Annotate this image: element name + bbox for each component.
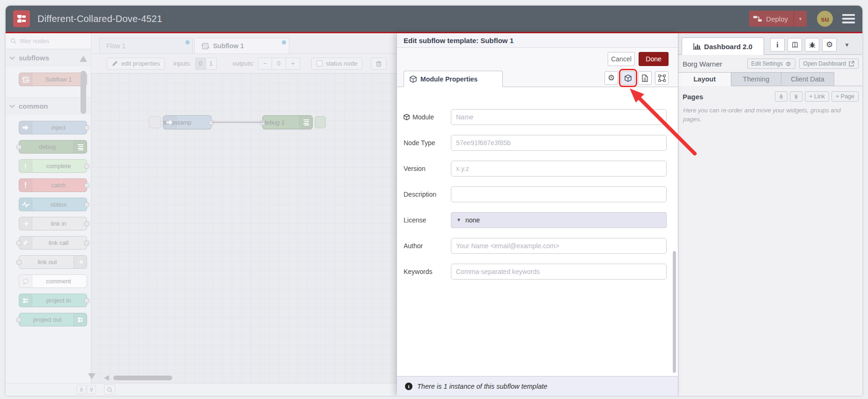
help-tab-button[interactable] — [787, 38, 802, 52]
tab-layout[interactable]: Layout — [678, 72, 731, 86]
outputs-decrement-button[interactable]: − — [258, 58, 272, 70]
output-port[interactable] — [84, 202, 89, 207]
palette-node-project-in[interactable]: project in — [19, 294, 87, 307]
description-input[interactable] — [451, 186, 667, 202]
palette-node-comment[interactable]: comment — [19, 274, 87, 288]
flow-node-debug-1[interactable]: debug 1 — [262, 115, 313, 129]
tab-theming[interactable]: Theming — [731, 72, 781, 86]
keywords-input[interactable] — [451, 264, 667, 280]
output-port[interactable] — [84, 183, 89, 188]
expand-all-pages-button[interactable]: ≪ — [790, 91, 802, 102]
input-port[interactable] — [16, 145, 22, 149]
palette-node-link-call[interactable]: link call — [19, 236, 87, 250]
zoom-button[interactable] — [104, 384, 115, 395]
palette-scroll-area[interactable]: subflows Subflow 1 common — [6, 49, 91, 383]
bug-icon — [809, 42, 816, 48]
palette-scroll-up-icon[interactable] — [80, 56, 87, 62]
palette-search[interactable]: filter nodes — [6, 33, 91, 49]
palette-category-common[interactable]: common — [6, 97, 91, 114]
sidebar-more-caret-icon[interactable]: ▼ — [844, 42, 850, 48]
author-input[interactable] — [451, 238, 667, 254]
palette-node-link-in[interactable]: link in — [19, 217, 87, 230]
inject-trigger-button[interactable] — [149, 116, 161, 128]
done-button[interactable]: Done — [639, 52, 669, 66]
canvas-scroll-left-icon[interactable] — [104, 375, 109, 381]
edit-properties-button[interactable]: edit properties — [107, 58, 165, 70]
input-port[interactable] — [260, 120, 265, 125]
properties-gear-button[interactable]: ⚙ — [604, 71, 618, 85]
tab-subflow-1[interactable]: Subflow 1 — [194, 38, 289, 53]
deploy-dropdown-caret[interactable]: ▾ — [794, 11, 807, 27]
pages-title: Pages — [683, 93, 772, 101]
tab-client-data[interactable]: Client Data — [781, 72, 834, 86]
palette-category-subflows[interactable]: subflows — [6, 49, 91, 66]
input-port[interactable] — [16, 260, 22, 265]
node-type-input[interactable] — [451, 135, 667, 151]
add-page-button[interactable]: + Page — [831, 91, 859, 102]
add-link-button[interactable]: + Link — [805, 91, 829, 102]
tab-module-properties[interactable]: Module Properties — [404, 71, 503, 87]
output-port[interactable] — [84, 126, 89, 130]
expand-all-button[interactable]: ≪ — [87, 385, 96, 394]
debug-tab-button[interactable] — [805, 38, 819, 52]
form-row-version: Version — [404, 155, 667, 181]
field-label: Version — [404, 165, 426, 172]
palette-node-link-out[interactable]: link out — [19, 255, 87, 269]
license-select[interactable]: ▼ none — [451, 212, 667, 228]
debug-enable-toggle[interactable] — [315, 116, 326, 128]
output-port[interactable] — [84, 164, 89, 169]
unsaved-changes-dot — [282, 40, 286, 44]
palette-node-complete[interactable]: ! complete — [19, 159, 87, 173]
main-menu-icon[interactable] — [842, 14, 855, 23]
status-node-checkbox[interactable] — [316, 60, 323, 66]
collapse-all-button[interactable]: ≪ — [77, 385, 86, 394]
module-input[interactable] — [451, 109, 667, 125]
user-avatar[interactable]: su — [817, 11, 833, 27]
deploy-icon — [749, 15, 766, 22]
open-dashboard-button[interactable]: Open Dashboard — [799, 59, 859, 69]
module-properties-button[interactable] — [621, 71, 635, 85]
cancel-button[interactable]: Cancel — [608, 52, 635, 66]
input-port[interactable] — [16, 318, 22, 322]
canvas-horizontal-scrollbar[interactable] — [113, 376, 172, 380]
inputs-option-1[interactable]: 1 — [206, 58, 217, 70]
edit-settings-button[interactable]: Edit Settings ⚙ — [747, 59, 795, 69]
outputs-increment-button[interactable]: + — [286, 58, 300, 70]
deploy-button[interactable]: Deploy ▾ — [749, 11, 807, 27]
palette-node-debug[interactable]: debug — [19, 140, 87, 154]
config-tab-button[interactable]: ⚙ — [822, 38, 837, 52]
tab-label: Subflow 1 — [213, 42, 244, 50]
collapse-all-pages-button[interactable]: ≪ — [775, 91, 787, 102]
status-node-toggle[interactable]: status node — [311, 58, 362, 70]
tab-flow-1[interactable]: Flow 1 — [99, 38, 193, 53]
output-port[interactable] — [209, 120, 214, 125]
palette-node-subflow-1[interactable]: Subflow 1 — [19, 73, 87, 86]
palette-scroll-down-icon[interactable] — [88, 373, 96, 379]
inject-icon — [163, 116, 177, 129]
output-port[interactable] — [84, 298, 89, 303]
tab-dashboard-2[interactable]: Dashboard 2.0 — [682, 37, 764, 55]
appearance-button[interactable] — [655, 71, 669, 85]
input-port[interactable] — [16, 241, 22, 245]
dialog-scrollbar[interactable] — [673, 251, 676, 373]
description-button[interactable] — [638, 71, 652, 85]
output-port[interactable] — [84, 241, 89, 245]
flow-node-timestamp[interactable]: timestamp — [163, 115, 212, 129]
flow-canvas[interactable]: timestamp debug 1 — [91, 74, 397, 383]
output-port[interactable] — [84, 222, 89, 226]
palette-node-status[interactable]: status — [19, 198, 87, 211]
project-out-icon — [74, 313, 87, 326]
project-name: Borg Warner — [683, 60, 743, 68]
select-caret-icon: ▼ — [456, 217, 461, 222]
info-tab-button[interactable]: i — [770, 38, 785, 52]
palette-node-catch[interactable]: ! catch — [19, 178, 87, 192]
palette-node-project-out[interactable]: project out — [19, 313, 87, 326]
inputs-option-0[interactable]: 0 — [195, 58, 206, 70]
tab-label: Dashboard 2.0 — [704, 43, 752, 51]
palette-node-inject[interactable]: inject — [19, 121, 87, 134]
node-red-app: Different-Collared-Dove-4521 Deploy ▾ su… — [6, 6, 862, 396]
delete-subflow-button[interactable] — [371, 58, 387, 70]
palette-scrollbar[interactable] — [81, 71, 86, 114]
version-input[interactable] — [451, 161, 667, 177]
edit-properties-label: edit properties — [121, 60, 160, 67]
